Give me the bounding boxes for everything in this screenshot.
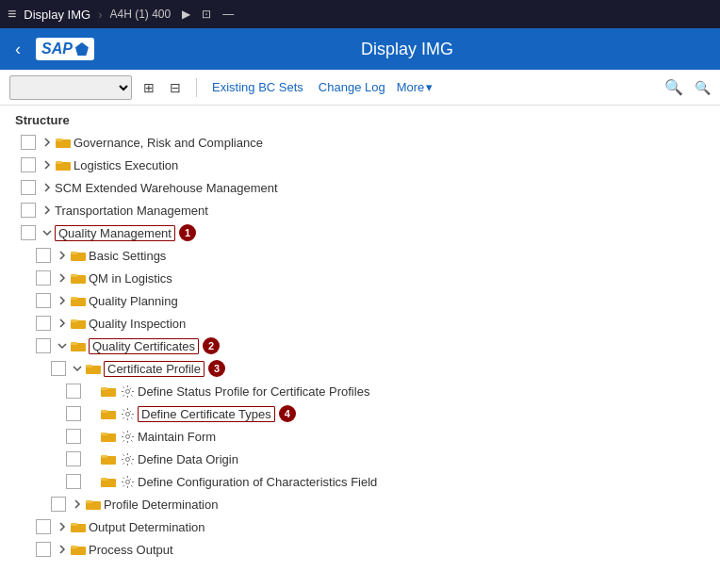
expand-icon[interactable]: [70, 497, 85, 512]
row-checkbox[interactable]: [66, 406, 81, 421]
title-bar-title: Display IMG: [24, 8, 90, 22]
expand-icon[interactable]: [55, 270, 70, 286]
sap-logo-text: SAP: [41, 41, 73, 57]
tree-row[interactable]: Quality Planning: [0, 289, 720, 312]
tree-row[interactable]: Governance, Risk and Compliance: [0, 131, 720, 154]
tree-row[interactable]: Logistics Execution: [0, 154, 720, 176]
window-icon[interactable]: ⊡: [202, 8, 211, 21]
tree-row[interactable]: Define Certificate Types4: [0, 402, 720, 425]
collapse-button[interactable]: ⊟: [166, 78, 185, 97]
tree-row[interactable]: Output Determination: [0, 515, 720, 538]
back-button[interactable]: ‹: [11, 36, 25, 63]
tree-row[interactable]: Basic Settings: [0, 244, 720, 267]
expand-icon[interactable]: [40, 203, 55, 218]
row-checkbox[interactable]: [51, 361, 66, 376]
expand-icon[interactable]: [55, 248, 70, 263]
row-checkbox[interactable]: [66, 429, 81, 444]
title-bar-arrow: ›: [98, 8, 102, 22]
tree-row[interactable]: QM in Logistics: [0, 267, 720, 289]
row-checkbox[interactable]: [36, 316, 51, 331]
row-checkbox[interactable]: [66, 384, 81, 399]
tree-row[interactable]: Quality Management1: [0, 221, 720, 244]
svg-point-27: [125, 457, 129, 461]
tree-row[interactable]: Transportation Management: [0, 199, 720, 221]
expand-icon[interactable]: [55, 316, 70, 331]
expand-icon[interactable]: [85, 384, 100, 399]
expand-icon[interactable]: [85, 474, 100, 489]
expand-icon[interactable]: [40, 157, 55, 172]
gear-icon: [119, 474, 136, 489]
tree-row[interactable]: Quality Certificates2: [0, 335, 720, 357]
row-checkbox[interactable]: [21, 203, 36, 218]
tree-row[interactable]: Define Data Origin: [0, 448, 720, 470]
svg-rect-32: [86, 500, 92, 503]
row-checkbox[interactable]: [21, 180, 36, 195]
change-log-link[interactable]: Change Log: [315, 80, 389, 94]
expand-icon[interactable]: [55, 519, 70, 534]
row-checkbox[interactable]: [21, 135, 36, 150]
folder-icon: [70, 338, 87, 353]
row-checkbox[interactable]: [36, 338, 51, 353]
folder-icon: [70, 248, 87, 263]
expand-icon[interactable]: [40, 180, 55, 195]
svg-point-18: [125, 389, 129, 393]
toolbar-select[interactable]: [9, 75, 132, 100]
folder-icon: [100, 406, 117, 421]
row-checkbox[interactable]: [51, 497, 66, 512]
app-header: ‹ SAP Display IMG: [0, 28, 720, 70]
expand-icon[interactable]: [55, 293, 70, 308]
expand-icon[interactable]: [85, 406, 100, 421]
row-checkbox[interactable]: [21, 157, 36, 172]
node-label: Basic Settings: [89, 249, 166, 263]
expand-icon[interactable]: [55, 542, 70, 557]
row-checkbox[interactable]: [36, 519, 51, 534]
expand-icon[interactable]: [85, 429, 100, 444]
folder-icon: [70, 270, 87, 286]
expand-icon[interactable]: [55, 338, 70, 353]
row-checkbox[interactable]: [66, 451, 81, 466]
svg-rect-20: [101, 410, 107, 413]
tree-row[interactable]: Define Status Profile for Certificate Pr…: [0, 380, 720, 402]
menu-icon[interactable]: ≡: [8, 6, 16, 23]
node-label: Define Data Origin: [138, 452, 238, 466]
tree-row[interactable]: Maintain Form: [0, 425, 720, 448]
svg-rect-1: [56, 139, 62, 141]
tree-row[interactable]: Profile Determination: [0, 493, 720, 515]
title-bar-right: A4H (1) 400 ▶ ⊡ —: [109, 8, 234, 21]
tree-row[interactable]: Quality Inspection: [0, 312, 720, 335]
more-label: More: [397, 80, 425, 94]
gear-icon: [119, 384, 136, 399]
minimize-icon[interactable]: —: [222, 8, 234, 21]
row-checkbox[interactable]: [36, 293, 51, 308]
more-menu[interactable]: More ▾: [397, 80, 434, 94]
expand-icon[interactable]: [40, 225, 55, 240]
node-label: Define Status Profile for Certificate Pr…: [138, 384, 369, 399]
row-checkbox[interactable]: [66, 474, 81, 489]
tree-row[interactable]: Define Configuration of Characteristics …: [0, 470, 720, 493]
system-info: A4H (1) 400: [109, 8, 171, 21]
tree-row[interactable]: Certificate Profile3: [0, 357, 720, 380]
expand-icon[interactable]: [85, 451, 100, 466]
node-label: Process Output: [89, 543, 173, 557]
folder-icon: [70, 316, 87, 331]
search-refresh-icon[interactable]: 🔍: [695, 80, 711, 95]
row-checkbox[interactable]: [36, 270, 51, 286]
row-checkbox[interactable]: [21, 225, 36, 240]
expand-all-button[interactable]: ⊞: [139, 78, 158, 97]
row-checkbox[interactable]: [36, 248, 51, 263]
svg-rect-36: [71, 546, 77, 548]
node-label: SCM Extended Warehouse Management: [55, 181, 278, 195]
existing-bc-sets-link[interactable]: Existing BC Sets: [208, 80, 307, 94]
svg-rect-13: [71, 342, 77, 345]
play-icon[interactable]: ▶: [182, 8, 190, 21]
content-area: Structure Governance, Risk and Complianc…: [0, 106, 720, 588]
svg-point-30: [125, 480, 129, 483]
expand-icon[interactable]: [40, 135, 55, 150]
tree-row[interactable]: SCM Extended Warehouse Management: [0, 176, 720, 199]
expand-icon[interactable]: [70, 361, 85, 376]
tree-row[interactable]: Process Output: [0, 538, 720, 561]
row-checkbox[interactable]: [36, 542, 51, 557]
svg-rect-3: [56, 161, 62, 164]
search-icon[interactable]: 🔍: [664, 78, 683, 96]
folder-icon: [70, 519, 87, 534]
